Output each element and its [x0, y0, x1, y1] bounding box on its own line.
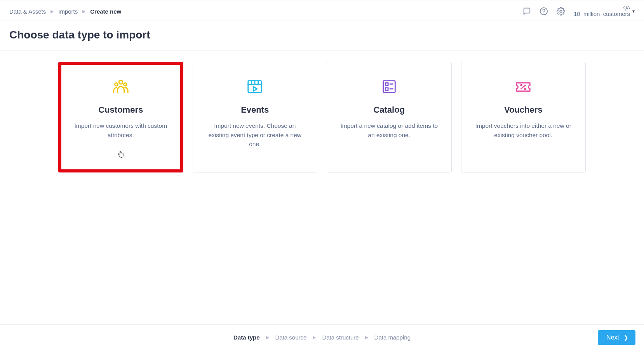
customers-icon — [112, 78, 130, 96]
project-env-label: QA — [574, 5, 630, 10]
wizard-steps: Data type ▶ Data source ▶ Data structure… — [233, 334, 411, 341]
step-data-mapping[interactable]: Data mapping — [374, 334, 411, 341]
next-button-label: Next — [606, 334, 619, 341]
chevron-right-icon: ▶ — [365, 335, 368, 340]
topbar: Data & Assets ▶ Imports ▶ Create new QA … — [0, 0, 644, 21]
svg-point-4 — [115, 83, 118, 86]
project-switcher[interactable]: QA 10_million_customers ▾ — [574, 5, 635, 17]
svg-point-19 — [525, 89, 526, 90]
chevron-right-icon: ▶ — [266, 335, 269, 340]
svg-rect-13 — [385, 83, 388, 86]
svg-point-18 — [521, 85, 522, 86]
breadcrumb: Data & Assets ▶ Imports ▶ Create new — [9, 8, 121, 15]
chevron-right-icon: ▶ — [50, 9, 54, 14]
chat-icon[interactable] — [522, 7, 531, 16]
svg-marker-11 — [253, 87, 257, 91]
wizard-footer: Data type ▶ Data source ▶ Data structure… — [0, 324, 644, 350]
card-title: Events — [241, 105, 269, 115]
events-icon — [246, 78, 264, 96]
gear-icon[interactable] — [557, 7, 565, 16]
card-desc: Import new events. Choose an existing ev… — [204, 121, 306, 148]
card-vouchers[interactable]: Vouchers Import vouchers into either a n… — [461, 62, 586, 172]
data-type-cards: Customers Import new customers with cust… — [0, 51, 644, 172]
breadcrumb-root[interactable]: Data & Assets — [9, 8, 46, 15]
step-data-type[interactable]: Data type — [233, 334, 260, 341]
svg-rect-12 — [383, 81, 395, 93]
svg-point-2 — [560, 10, 562, 12]
chevron-right-icon: ❯ — [624, 334, 628, 341]
next-button[interactable]: Next ❯ — [598, 330, 635, 345]
step-data-source[interactable]: Data source — [275, 334, 307, 341]
page-title: Choose data type to import — [0, 21, 644, 50]
card-catalog[interactable]: Catalog Import a new catalog or add item… — [327, 62, 452, 172]
svg-point-5 — [124, 83, 127, 86]
catalog-icon — [380, 78, 398, 96]
breadcrumb-current: Create new — [90, 8, 121, 15]
step-data-structure[interactable]: Data structure — [322, 334, 359, 341]
card-desc: Import vouchers into either a new or exi… — [472, 121, 575, 139]
chevron-right-icon: ▶ — [82, 9, 85, 14]
pointer-cursor-icon — [117, 150, 124, 158]
card-desc: Import new customers with custom attribu… — [70, 121, 172, 139]
caret-down-icon: ▾ — [632, 9, 635, 14]
svg-point-3 — [119, 80, 123, 84]
top-right-controls: QA 10_million_customers ▾ — [522, 5, 635, 17]
help-icon[interactable] — [540, 7, 548, 16]
card-desc: Import a new catalog or add items to an … — [338, 121, 440, 139]
chevron-right-icon: ▶ — [313, 335, 316, 340]
card-title: Catalog — [373, 105, 405, 115]
svg-rect-15 — [385, 88, 388, 91]
card-title: Customers — [98, 105, 143, 115]
vouchers-icon — [514, 78, 532, 96]
breadcrumb-imports[interactable]: Imports — [58, 8, 78, 15]
card-customers[interactable]: Customers Import new customers with cust… — [58, 62, 183, 172]
card-events[interactable]: Events Import new events. Choose an exis… — [193, 62, 318, 172]
project-name-label: 10_million_customers — [574, 10, 630, 17]
card-title: Vouchers — [504, 105, 543, 115]
